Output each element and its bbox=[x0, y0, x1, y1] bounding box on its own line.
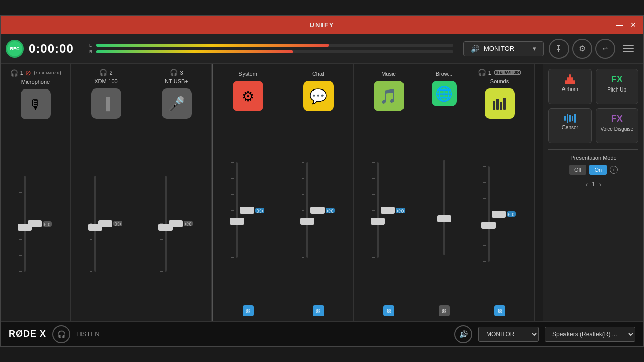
listen-dropdown[interactable]: LISTEN bbox=[76, 328, 117, 340]
page-next-button[interactable]: › bbox=[599, 180, 602, 188]
monitor-dropdown[interactable]: 🔊 MONITOR ▾ bbox=[463, 41, 544, 56]
meter-r-row: R bbox=[89, 49, 453, 54]
channel-7-fader[interactable] bbox=[443, 160, 445, 255]
meter-r-label: R bbox=[89, 49, 94, 54]
mic-settings-button[interactable]: 🎙 bbox=[549, 39, 569, 59]
channel-3-fader-handle[interactable] bbox=[158, 224, 173, 231]
channel-8-fader-handle[interactable] bbox=[481, 222, 496, 229]
channel-5-scale bbox=[302, 162, 304, 258]
channel-3-icon-box[interactable]: 🎤 bbox=[162, 88, 192, 119]
right-panel: Airhorn FX Pitch Up bbox=[543, 64, 643, 321]
channel-music: Music 🎵 bbox=[354, 64, 424, 321]
monitor-chevron-icon: ▾ bbox=[533, 45, 536, 52]
level-meters: L R bbox=[84, 43, 458, 54]
channel-4-gain-handle[interactable] bbox=[240, 207, 254, 214]
presentation-mode-info-button[interactable]: i bbox=[610, 166, 618, 174]
channel-5-icon-box[interactable]: 💬 bbox=[303, 81, 334, 111]
timer-display: 0:00:00 bbox=[29, 42, 79, 56]
minimize-button[interactable]: — bbox=[614, 21, 624, 29]
speakers-select[interactable]: Speakers (Realtek(R) ... bbox=[545, 327, 635, 342]
channel-3-headphone-icon: 🎧 bbox=[170, 69, 178, 76]
app-title: UNIFY bbox=[310, 21, 335, 29]
output-settings-button[interactable]: ↩ bbox=[595, 39, 615, 59]
channel-4-link-button[interactable]: ⛓ bbox=[243, 305, 254, 316]
channel-7-fader-handle[interactable] bbox=[437, 215, 451, 222]
meter-l-fill bbox=[96, 44, 329, 47]
svg-rect-3 bbox=[503, 98, 506, 110]
channel-2-fader[interactable] bbox=[94, 176, 96, 272]
eq-settings-button[interactable]: ⚙ bbox=[572, 39, 592, 59]
channel-3-name: NT-USB+ bbox=[165, 78, 188, 84]
airhorn-button[interactable]: Airhorn bbox=[548, 69, 592, 104]
censor-button[interactable]: Censor bbox=[548, 108, 592, 143]
presentation-mode-off-button[interactable]: Off bbox=[569, 165, 586, 175]
channel-1-fader[interactable] bbox=[24, 176, 26, 272]
channel-3-fader[interactable] bbox=[165, 176, 167, 272]
channel-7-icon-box[interactable]: 🌐 bbox=[432, 81, 457, 106]
rec-button[interactable]: REC bbox=[6, 40, 24, 58]
channel-2-name: XDM-100 bbox=[94, 78, 117, 84]
voice-disguise-icon: FX bbox=[611, 114, 623, 124]
channel-8-gain-handle[interactable] bbox=[492, 211, 506, 218]
menu-button[interactable] bbox=[618, 39, 638, 59]
channel-6-link-button[interactable]: ⛓ bbox=[383, 305, 394, 316]
channel-1-gain-label: ((·)) bbox=[43, 221, 52, 227]
channel-4-icon-box[interactable]: ⚙ bbox=[233, 81, 263, 111]
channel-8-num-row: 🎧 1 STREAMER X bbox=[478, 69, 521, 76]
channel-6-fader[interactable] bbox=[377, 162, 379, 258]
presentation-mode-controls: Off On i bbox=[569, 165, 618, 175]
channel-8-fader[interactable] bbox=[488, 166, 490, 262]
channel-1-fader-section: ((·)) bbox=[4, 126, 67, 321]
channel-2-fader-section: ((·)) bbox=[74, 126, 138, 321]
monitor-dropdown-label: MONITOR bbox=[484, 45, 514, 52]
meter-l-bg bbox=[96, 44, 453, 47]
channel-sounds: 🎧 1 STREAMER X Sounds bbox=[464, 64, 535, 321]
main-area: REC 0:00:00 L R 🔊 MONITOR bbox=[1, 34, 643, 321]
fx-grid: Airhorn FX Pitch Up bbox=[548, 69, 638, 143]
channel-6-fader-handle[interactable] bbox=[371, 218, 385, 225]
channel-4-fader-handle[interactable] bbox=[230, 218, 244, 225]
channel-6-gain-label: ((·)) bbox=[396, 208, 406, 213]
monitor-volume-button[interactable]: 🔊 bbox=[454, 325, 472, 343]
channel-2-icon-box[interactable]: ▐ bbox=[91, 88, 121, 119]
channel-3-header: 🎧 3 NT-USB+ bbox=[144, 69, 208, 84]
page-prev-button[interactable]: ‹ bbox=[585, 180, 588, 188]
bottom-bar: RØDE X 🎧 LISTEN 🔊 MONITOR Speakers (Real… bbox=[1, 321, 643, 346]
presentation-mode-on-button[interactable]: On bbox=[589, 165, 607, 175]
listen-headphone-button[interactable]: 🎧 bbox=[52, 325, 70, 343]
channel-7-link-button[interactable]: ⛓ bbox=[439, 305, 450, 316]
airhorn-icon bbox=[565, 74, 575, 84]
channel-5-link-button[interactable]: ⛓ bbox=[313, 305, 324, 316]
channel-6-gain-handle[interactable] bbox=[381, 207, 395, 214]
channel-1-headphone-icon: 🎧 bbox=[10, 69, 18, 77]
channel-1-icon-box[interactable]: 🎙 bbox=[21, 89, 51, 119]
channel-5-fader-handle[interactable] bbox=[300, 218, 314, 225]
monitor-speaker-icon: 🔊 bbox=[471, 45, 479, 53]
channel-6-icon-box[interactable]: 🎵 bbox=[374, 81, 404, 111]
channel-5-gain-handle[interactable] bbox=[310, 207, 325, 214]
channel-8-number: 1 bbox=[488, 70, 491, 76]
channel-1-mute-icon[interactable]: ⊘ bbox=[25, 69, 31, 77]
pitch-up-icon: FX bbox=[611, 74, 623, 85]
channel-8-device-badge: STREAMER X bbox=[494, 70, 521, 75]
pitch-up-button[interactable]: FX Pitch Up bbox=[596, 69, 639, 104]
close-button[interactable]: ✕ bbox=[628, 21, 638, 29]
channel-1-number: 1 bbox=[20, 70, 23, 76]
channel-4-fader[interactable] bbox=[236, 162, 238, 258]
voice-disguise-button[interactable]: FX Voice Disguise bbox=[596, 108, 639, 143]
channel-1-fader-handle[interactable] bbox=[18, 224, 32, 231]
svg-rect-0 bbox=[493, 101, 495, 110]
channel-1-name: Microphone bbox=[21, 79, 50, 85]
channel-5-link-row: ⛓ bbox=[313, 302, 324, 318]
channel-5-fader[interactable] bbox=[306, 162, 308, 258]
main-window: UNIFY — ✕ REC 0:00:00 L R bbox=[0, 15, 644, 347]
voice-disguise-label: Voice Disguise bbox=[600, 126, 633, 132]
monitor-select[interactable]: MONITOR bbox=[478, 327, 539, 342]
pitch-up-label: Pitch Up bbox=[607, 87, 626, 93]
airhorn-label: Airhorn bbox=[562, 86, 578, 92]
censor-icon bbox=[564, 114, 576, 123]
channel-2-header: 🎧 2 XDM-100 bbox=[74, 69, 138, 84]
channel-8-icon-box[interactable] bbox=[485, 88, 515, 119]
channel-8-link-button[interactable]: ⛓ bbox=[494, 305, 505, 316]
channel-2-fader-handle[interactable] bbox=[88, 224, 102, 231]
